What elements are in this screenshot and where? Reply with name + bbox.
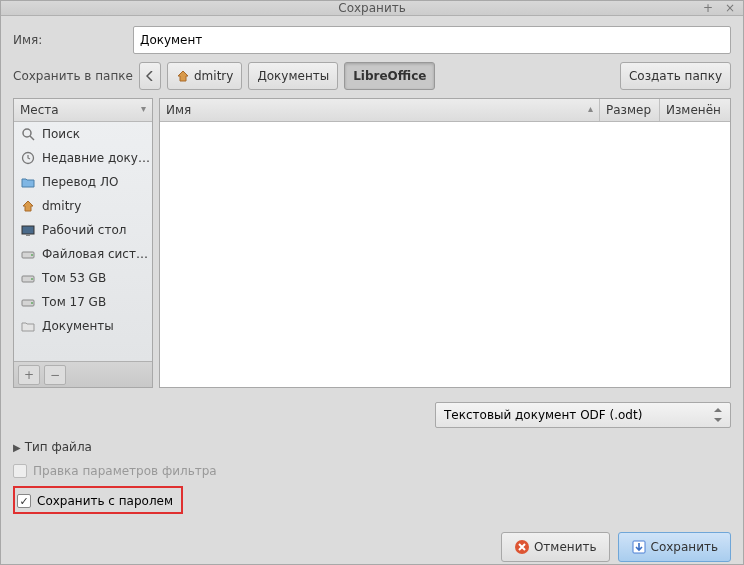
- desktop-icon: [20, 222, 36, 238]
- place-folder-translation[interactable]: Перевод ЛО: [14, 170, 152, 194]
- triangle-right-icon: ▶: [13, 442, 21, 453]
- svg-point-8: [31, 278, 33, 280]
- folder-icon: [20, 174, 36, 190]
- svg-line-1: [30, 136, 34, 140]
- minimize-icon[interactable]: +: [701, 1, 715, 15]
- places-panel: Места Поиск Недавние доку… Перевод ЛО: [13, 98, 153, 388]
- places-header[interactable]: Места: [14, 99, 152, 122]
- file-list: Имя Размер Изменён: [159, 98, 731, 388]
- column-size[interactable]: Размер: [600, 99, 660, 121]
- places-list[interactable]: Поиск Недавние доку… Перевод ЛО dmitry: [14, 122, 152, 361]
- svg-point-0: [23, 129, 31, 137]
- save-in-folder-label: Сохранить в папке: [13, 69, 133, 83]
- home-icon: [20, 198, 36, 214]
- window-title: Сохранить: [1, 1, 743, 15]
- save-dialog: Сохранить + × Имя: Сохранить в папке dmi…: [0, 0, 744, 565]
- place-filesystem[interactable]: Файловая сист…: [14, 242, 152, 266]
- place-volume-17[interactable]: Том 17 GB: [14, 290, 152, 314]
- name-label: Имя:: [13, 33, 133, 47]
- chevron-left-icon: [146, 71, 154, 81]
- remove-bookmark-button[interactable]: −: [44, 365, 66, 385]
- highlight-annotation: ✓ Сохранить с паролем: [13, 486, 183, 514]
- save-with-password-label: Сохранить с паролем: [37, 494, 173, 508]
- save-with-password-checkbox-row[interactable]: ✓ Сохранить с паролем: [17, 494, 173, 508]
- save-with-password-checkbox[interactable]: ✓: [17, 494, 31, 508]
- path-back-button[interactable]: [139, 62, 161, 90]
- drive-icon: [20, 270, 36, 286]
- cancel-button[interactable]: Отменить: [501, 532, 610, 562]
- breadcrumb-home[interactable]: dmitry: [167, 62, 242, 90]
- place-desktop[interactable]: Рабочий стол: [14, 218, 152, 242]
- place-volume-53[interactable]: Том 53 GB: [14, 266, 152, 290]
- folder-docs-icon: [20, 318, 36, 334]
- filter-settings-checkbox-row: Правка параметров фильтра: [13, 464, 731, 478]
- save-button[interactable]: Сохранить: [618, 532, 732, 562]
- svg-point-10: [31, 302, 33, 304]
- search-icon: [20, 126, 36, 142]
- svg-rect-3: [22, 226, 34, 234]
- place-recent[interactable]: Недавние доку…: [14, 146, 152, 170]
- place-search[interactable]: Поиск: [14, 122, 152, 146]
- drive-icon: [20, 246, 36, 262]
- breadcrumb-documents[interactable]: Документы: [248, 62, 338, 90]
- place-home[interactable]: dmitry: [14, 194, 152, 218]
- save-down-icon: [631, 539, 647, 555]
- filter-settings-label: Правка параметров фильтра: [33, 464, 217, 478]
- place-documents[interactable]: Документы: [14, 314, 152, 338]
- filetype-expander[interactable]: ▶ Тип файла: [13, 440, 731, 454]
- places-toolbar: + −: [14, 361, 152, 387]
- column-modified[interactable]: Изменён: [660, 99, 730, 121]
- filetype-select[interactable]: Текстовый документ ODF (.odt): [435, 402, 731, 428]
- svg-rect-4: [26, 234, 30, 236]
- add-bookmark-button[interactable]: +: [18, 365, 40, 385]
- cancel-icon: [514, 539, 530, 555]
- filter-settings-checkbox: [13, 464, 27, 478]
- filename-input[interactable]: [133, 26, 731, 54]
- clock-icon: [20, 150, 36, 166]
- titlebar: Сохранить + ×: [1, 1, 743, 16]
- home-icon: [176, 69, 190, 83]
- file-list-body[interactable]: [160, 122, 730, 387]
- close-icon[interactable]: ×: [723, 1, 737, 15]
- breadcrumb-libreoffice[interactable]: LibreOffice: [344, 62, 435, 90]
- svg-point-6: [31, 254, 33, 256]
- drive-icon: [20, 294, 36, 310]
- column-name[interactable]: Имя: [160, 99, 600, 121]
- create-folder-button[interactable]: Создать папку: [620, 62, 731, 90]
